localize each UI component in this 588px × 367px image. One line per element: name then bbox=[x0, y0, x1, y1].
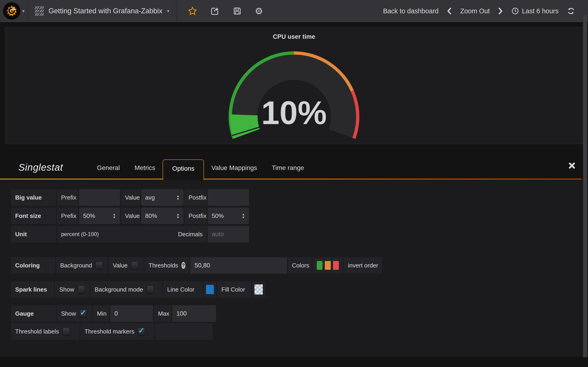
panel-type-title: Singlestat bbox=[18, 162, 63, 173]
threshold-labels-checkbox[interactable] bbox=[63, 327, 69, 335]
gauge-show-checkbox[interactable]: ✓ bbox=[80, 310, 86, 317]
zoom-out-button[interactable]: Zoom Out bbox=[460, 7, 490, 15]
star-button[interactable] bbox=[188, 6, 197, 16]
threshold-markers-checkbox[interactable]: ✓ bbox=[138, 327, 145, 335]
save-button[interactable] bbox=[233, 6, 242, 16]
threshold-markers-option: Threshold markers ✓ bbox=[80, 323, 154, 340]
max-label: Max bbox=[154, 305, 171, 322]
value-label: Value bbox=[121, 208, 140, 224]
clock-icon bbox=[511, 7, 519, 15]
chevron-down-icon: ▾ bbox=[167, 8, 169, 14]
big-value-row: Big value Prefix Value avg ▲▼ Postfix bbox=[11, 189, 588, 206]
line-color-cell bbox=[204, 281, 216, 298]
coloring-value-option: Value bbox=[109, 257, 144, 274]
big-value-postfix-input[interactable] bbox=[212, 194, 245, 201]
share-button[interactable] bbox=[210, 6, 220, 16]
value-size-select[interactable]: 80% ▲▼ bbox=[141, 208, 183, 224]
color-swatch-orange[interactable] bbox=[325, 261, 330, 270]
close-icon bbox=[568, 162, 576, 169]
time-shift-left-button[interactable] bbox=[447, 7, 452, 15]
panel-editor: Singlestat General Metrics Options Value… bbox=[0, 144, 588, 362]
prefix-label: Prefix bbox=[57, 189, 78, 206]
refresh-button[interactable] bbox=[567, 7, 575, 15]
unit-row: Unit percent (0-100) Decimals bbox=[11, 226, 588, 242]
postfix-label: Postfix bbox=[184, 208, 207, 224]
gauge-max-input[interactable] bbox=[176, 310, 212, 317]
gauge-row: Gauge Show ✓ Min Max bbox=[11, 305, 588, 322]
help-icon[interactable]: ? bbox=[182, 262, 185, 269]
spark-show-option: Show bbox=[55, 281, 90, 298]
max-input-cell bbox=[172, 305, 216, 322]
postfix-size-select[interactable]: 50% ▲▼ bbox=[208, 208, 249, 224]
vertical-scrollbar[interactable] bbox=[583, 15, 587, 357]
decimals-input[interactable] bbox=[212, 231, 245, 238]
star-icon bbox=[188, 6, 197, 16]
chevron-right-icon bbox=[498, 7, 503, 15]
postfix-label: Postfix bbox=[184, 189, 207, 206]
gauge-chart: 10% bbox=[185, 27, 403, 144]
spark-lines-label: Spark lines bbox=[11, 281, 54, 298]
value-label: Value bbox=[121, 189, 140, 206]
thresholds-input[interactable] bbox=[195, 262, 283, 269]
spark-lines-row: Spark lines Show Background mode Line Co… bbox=[11, 281, 588, 298]
unit-select[interactable]: percent (0-100) Decimals bbox=[57, 226, 207, 242]
value-checkbox[interactable] bbox=[131, 261, 138, 269]
gauge-value-label: 10% bbox=[261, 94, 327, 131]
chevron-left-icon bbox=[447, 7, 452, 15]
line-color-swatch[interactable] bbox=[206, 285, 214, 294]
settings-button[interactable]: ⚙ bbox=[255, 6, 263, 16]
prefix-label: Prefix bbox=[57, 208, 78, 224]
check-icon: ✓ bbox=[80, 308, 86, 317]
dashboard-grid-icon bbox=[35, 6, 44, 16]
fill-color-swatch[interactable] bbox=[254, 284, 263, 294]
time-shift-right-button[interactable] bbox=[498, 7, 503, 15]
select-spinner-icon: ▲▼ bbox=[113, 213, 116, 219]
back-to-dashboard-button[interactable]: Back to dashboard bbox=[383, 7, 439, 15]
tab-general[interactable]: General bbox=[90, 164, 127, 179]
share-icon bbox=[210, 6, 220, 16]
color-swatch-green[interactable] bbox=[317, 261, 322, 270]
gauge-show-option: Show ✓ bbox=[57, 305, 92, 322]
prefix-size-select[interactable]: 50% ▲▼ bbox=[79, 208, 120, 224]
decimals-input-cell bbox=[208, 226, 249, 242]
refresh-icon bbox=[567, 7, 575, 15]
invert-order-link[interactable]: invert order bbox=[344, 257, 382, 274]
background-mode-checkbox[interactable] bbox=[147, 286, 154, 293]
grafana-logo-icon bbox=[3, 2, 20, 20]
editor-header: Singlestat General Metrics Options Value… bbox=[0, 144, 588, 179]
color-swatch-red[interactable] bbox=[333, 261, 339, 270]
decimals-label: Decimals bbox=[178, 231, 203, 238]
big-value-label: Big value bbox=[11, 189, 56, 206]
select-spinner-icon: ▲▼ bbox=[242, 213, 245, 219]
value-function-select[interactable]: avg ▲▼ bbox=[141, 189, 183, 206]
tab-options[interactable]: Options bbox=[163, 159, 204, 180]
fill-color-label: Fill Color bbox=[217, 281, 251, 298]
close-editor-button[interactable] bbox=[568, 162, 576, 170]
tab-value-mappings[interactable]: Value Mappings bbox=[204, 164, 264, 179]
gear-icon: ⚙ bbox=[255, 6, 263, 16]
unit-label: Unit bbox=[11, 226, 56, 242]
gauge-label: Gauge bbox=[11, 305, 56, 322]
coloring-row: Coloring Background Value Thresholds ? C… bbox=[11, 257, 588, 274]
tab-time-range[interactable]: Time range bbox=[264, 164, 311, 179]
font-size-label: Font size bbox=[11, 208, 56, 224]
spark-show-checkbox[interactable] bbox=[78, 286, 85, 293]
thresholds-input-cell bbox=[190, 257, 287, 274]
thresholds-label-cell: Thresholds ? bbox=[145, 257, 190, 274]
line-color-label: Line Color bbox=[163, 281, 203, 298]
min-input-cell bbox=[110, 305, 153, 322]
time-range-picker[interactable]: Last 6 hours bbox=[511, 7, 559, 15]
save-icon bbox=[233, 6, 242, 16]
dashboard-title: Getting Started with Grafana-Zabbix bbox=[48, 7, 162, 15]
big-value-prefix-input[interactable] bbox=[83, 194, 116, 201]
gauge-min-input[interactable] bbox=[114, 310, 149, 317]
dashboard-picker[interactable]: Getting Started with Grafana-Zabbix ▾ bbox=[28, 0, 177, 22]
background-checkbox[interactable] bbox=[96, 261, 103, 269]
coloring-background-option: Background bbox=[56, 257, 108, 274]
prefix-input-cell bbox=[79, 189, 120, 206]
select-spinner-icon: ▲▼ bbox=[176, 213, 179, 219]
top-navbar: ▾ Getting Started with Grafana-Zabbix ▾ bbox=[0, 0, 588, 22]
chevron-down-icon: ▾ bbox=[22, 8, 25, 14]
grafana-menu-button[interactable]: ▾ bbox=[0, 0, 28, 22]
tab-metrics[interactable]: Metrics bbox=[127, 164, 163, 179]
